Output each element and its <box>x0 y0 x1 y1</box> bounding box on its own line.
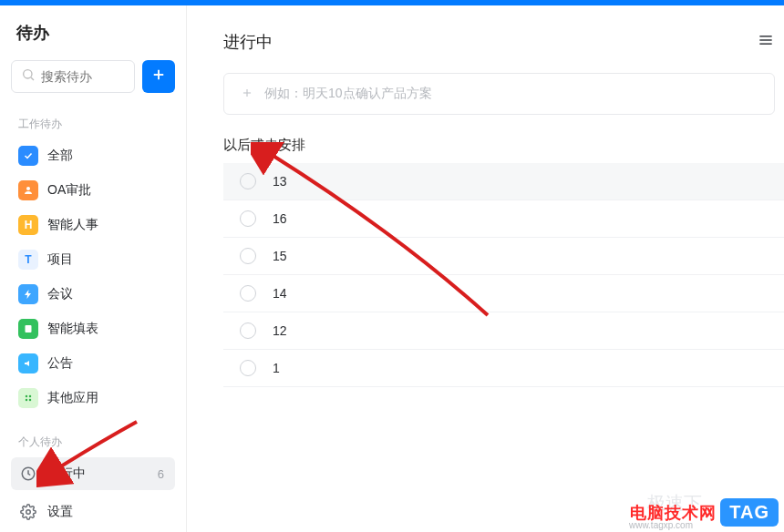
sidebar-item-label: 设置 <box>47 504 168 520</box>
clock-icon <box>18 464 38 484</box>
svg-point-9 <box>29 399 32 402</box>
sidebar-item-label: OA审批 <box>47 182 168 199</box>
plus-icon <box>150 66 167 87</box>
svg-point-4 <box>26 187 30 190</box>
svg-rect-5 <box>26 325 32 332</box>
sidebar-item-announcement[interactable]: 公告 <box>11 347 175 380</box>
sidebar-item-label: 公告 <box>47 355 168 372</box>
add-task-input[interactable]: 例如：明天10点确认产品方案 <box>223 73 775 115</box>
add-button[interactable] <box>142 60 175 93</box>
task-list: 13 16 15 14 12 1 <box>223 163 784 387</box>
search-icon <box>21 67 36 86</box>
bolt-icon <box>18 284 38 304</box>
task-label: 15 <box>273 249 287 263</box>
task-checkbox[interactable] <box>240 173 256 189</box>
search-row <box>11 60 175 93</box>
task-checkbox[interactable] <box>240 210 256 227</box>
sidebar-item-hr[interactable]: H 智能人事 <box>11 209 175 241</box>
h-icon: H <box>18 215 38 235</box>
sidebar-item-meeting[interactable]: 会议 <box>11 278 175 311</box>
svg-line-1 <box>31 77 34 80</box>
sidebar-item-all[interactable]: 全部 <box>11 139 175 172</box>
sidebar-item-in-progress[interactable]: 进行中 6 <box>11 457 175 490</box>
plus-small-icon <box>241 87 264 102</box>
nav-list-personal: 进行中 6 <box>11 457 175 490</box>
form-icon <box>18 319 38 339</box>
sidebar-item-settings[interactable]: 设置 <box>11 496 175 528</box>
search-input[interactable] <box>41 69 125 84</box>
search-box[interactable] <box>11 60 135 93</box>
task-item[interactable]: 15 <box>223 238 784 275</box>
svg-point-7 <box>29 395 32 398</box>
list-icon[interactable] <box>757 31 775 53</box>
add-task-placeholder: 例如：明天10点确认产品方案 <box>264 86 432 102</box>
grid-icon <box>18 388 38 408</box>
sidebar-item-label: 智能人事 <box>47 217 168 233</box>
task-checkbox[interactable] <box>240 248 256 264</box>
watermark-url: www.tagxp.com <box>629 520 693 530</box>
person-icon <box>18 180 38 200</box>
task-checkbox[interactable] <box>240 285 256 302</box>
task-label: 16 <box>273 211 287 226</box>
sidebar: 待办 工作待办 全部 <box>0 5 187 532</box>
task-item[interactable]: 12 <box>223 312 784 350</box>
section-label-work: 工作待办 <box>18 117 175 132</box>
gear-icon <box>18 502 38 522</box>
page-title: 进行中 <box>223 31 273 53</box>
task-label: 1 <box>273 361 280 375</box>
task-item[interactable]: 13 <box>223 163 784 200</box>
sidebar-item-label: 全部 <box>47 148 168 164</box>
sidebar-item-label: 会议 <box>47 286 168 302</box>
sidebar-item-count: 6 <box>158 467 164 481</box>
section-label-personal: 个人待办 <box>18 435 175 450</box>
speaker-icon <box>18 353 38 373</box>
svg-point-8 <box>26 399 28 402</box>
sidebar-item-oa[interactable]: OA审批 <box>11 174 175 207</box>
sidebar-item-label: 进行中 <box>47 466 158 482</box>
sidebar-title: 待办 <box>16 22 175 44</box>
app-root: 待办 工作待办 全部 <box>0 5 784 532</box>
task-checkbox[interactable] <box>240 360 256 376</box>
sidebar-item-other-apps[interactable]: 其他应用 <box>11 382 175 414</box>
task-label: 12 <box>273 323 287 338</box>
sidebar-item-label: 其他应用 <box>47 390 168 406</box>
project-icon: T <box>18 250 38 270</box>
svg-point-11 <box>26 510 31 515</box>
sidebar-item-form[interactable]: 智能填表 <box>11 312 175 345</box>
nav-list-work: 全部 OA审批 H 智能人事 T 项目 <box>11 139 175 414</box>
task-item[interactable]: 1 <box>223 350 784 387</box>
svg-point-0 <box>24 70 32 78</box>
main-panel: 进行中 例如：明天10点确认产品方案 以后或未安排 13 16 15 <box>187 5 784 532</box>
task-item[interactable]: 14 <box>223 275 784 312</box>
task-label: 14 <box>273 286 287 301</box>
watermark-tag: TAG <box>720 498 779 527</box>
check-icon <box>18 146 38 166</box>
sidebar-item-project[interactable]: T 项目 <box>11 243 175 276</box>
task-checkbox[interactable] <box>240 322 256 339</box>
sidebar-item-label: 智能填表 <box>47 321 168 337</box>
task-label: 13 <box>273 174 287 189</box>
task-group-title: 以后或未安排 <box>223 137 784 154</box>
task-item[interactable]: 16 <box>223 200 784 238</box>
sidebar-item-label: 项目 <box>47 251 168 268</box>
main-header: 进行中 <box>223 31 784 53</box>
svg-point-6 <box>26 395 28 398</box>
